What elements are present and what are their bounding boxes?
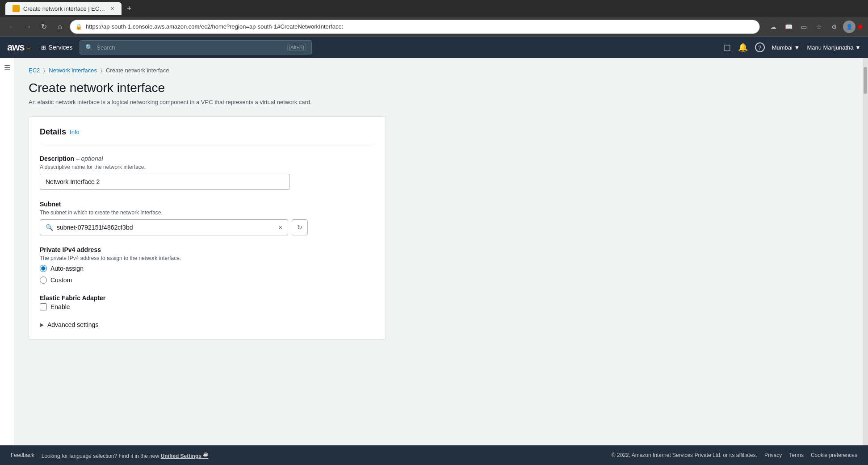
efa-checkbox[interactable] (40, 303, 47, 310)
footer-copyright: © 2022, Amazon Internet Services Private… (612, 452, 757, 458)
lock-icon: 🔒 (75, 24, 82, 30)
subnet-clear-button[interactable]: × (279, 224, 282, 231)
efa-enable-option[interactable]: Enable (40, 303, 375, 310)
scrollbar-thumb[interactable] (864, 67, 867, 94)
footer-language-notice: Looking for language selection? Find it … (42, 452, 209, 459)
subnet-search-box[interactable]: 🔍 × (40, 219, 288, 235)
description-label: Description – optional (40, 155, 375, 162)
services-menu[interactable]: ⊞ Services (41, 44, 73, 51)
tab-favicon (13, 5, 20, 12)
details-card: Details Info Description – optional A de… (29, 116, 386, 339)
breadcrumb-sep-2: 〉 (101, 67, 102, 74)
bell-icon[interactable]: 🔔 (738, 42, 748, 52)
aws-search[interactable]: 🔍 [Alt+S] (80, 40, 312, 54)
auto-assign-label: Auto-assign (50, 265, 84, 272)
auto-assign-radio[interactable] (40, 265, 47, 272)
efa-enable-label: Enable (50, 303, 70, 310)
new-tab-button[interactable]: + (127, 4, 132, 13)
user-menu[interactable]: Manu Manjunatha ▼ (807, 44, 861, 51)
cookie-link[interactable]: Cookie preferences (811, 452, 857, 458)
search-icon: 🔍 (85, 44, 93, 51)
notification-dot (858, 25, 863, 29)
breadcrumb: EC2 〉 Network interfaces 〉 Create networ… (29, 67, 848, 74)
sidebar-toggle[interactable]: ☰ (4, 63, 10, 72)
subnet-label: Subnet (40, 201, 375, 208)
address-bar[interactable]: 🔒 https://ap-south-1.console.aws.amazon.… (70, 20, 760, 34)
external-link-icon: ☕ (203, 452, 208, 457)
efa-label: Elastic Fabric Adapter (40, 294, 375, 302)
breadcrumb-network-interfaces[interactable]: Network interfaces (49, 67, 97, 74)
page-title: Create network interface (29, 81, 848, 95)
reload-button[interactable]: ↻ (38, 21, 50, 33)
advanced-settings-label: Advanced settings (47, 321, 98, 328)
aws-logo-text: aws (7, 42, 25, 53)
sidebar: ☰ (0, 58, 14, 445)
breadcrumb-current: Create network interface (106, 67, 169, 74)
subnet-hint: The subnet in which to create the networ… (40, 209, 375, 216)
breadcrumb-sep-1: 〉 (43, 67, 45, 74)
aws-nav-right: ◫ 🔔 ? Mumbai ▼ Manu Manjunatha ▼ (723, 42, 861, 52)
chevron-right-icon: ▶ (40, 322, 44, 328)
apps-icon[interactable]: ◫ (723, 42, 731, 52)
unified-settings-link[interactable]: Unified Settings ☕ (161, 453, 209, 459)
bookmark-icon[interactable]: ☆ (813, 21, 825, 33)
settings-icon[interactable]: ⚙ (828, 21, 840, 33)
description-section: Description – optional A descriptive nam… (40, 155, 375, 190)
grid-icon: ⊞ (41, 44, 46, 51)
url-text: https://ap-south-1.console.aws.amazon.co… (86, 23, 754, 30)
subnet-search-input[interactable] (57, 224, 275, 231)
help-icon[interactable]: ? (755, 42, 765, 52)
auto-assign-option[interactable]: Auto-assign (40, 265, 375, 272)
search-shortcut: [Alt+S] (287, 44, 306, 51)
ipv4-section: Private IPv4 address The private IPv4 ad… (40, 246, 375, 284)
browser-controls: ← → ↻ ⌂ 🔒 https://ap-south-1.console.aws… (0, 17, 868, 37)
services-label: Services (49, 44, 73, 51)
tab-close-button[interactable]: × (111, 5, 114, 12)
aws-nav: aws ⌣ ⊞ Services 🔍 [Alt+S] ◫ 🔔 ? Mumbai … (0, 37, 868, 58)
description-hint: A descriptive name for the network inter… (40, 164, 375, 170)
read-icon[interactable]: 📖 (782, 21, 795, 33)
advanced-settings-toggle[interactable]: ▶ Advanced settings (40, 321, 375, 328)
region-selector[interactable]: Mumbai ▼ (772, 44, 800, 51)
privacy-link[interactable]: Privacy (764, 452, 782, 458)
browser-titlebar: Create network interface | EC2 M… × + (0, 0, 868, 17)
cast-icon[interactable]: ▭ (797, 21, 810, 33)
tab-title: Create network interface | EC2 M… (23, 5, 107, 12)
terms-link[interactable]: Terms (789, 452, 804, 458)
details-title: Details (40, 127, 66, 137)
custom-radio[interactable] (40, 276, 47, 284)
browser-action-icons: ☁ 📖 ▭ ☆ ⚙ 👤 (767, 21, 863, 33)
ipv4-hint: The private IPv4 address to assign to th… (40, 255, 375, 261)
custom-label: Custom (50, 276, 72, 284)
search-input[interactable] (96, 44, 283, 51)
page-wrapper: ☰ EC2 〉 Network interfaces 〉 Create netw… (0, 58, 868, 445)
scrollbar[interactable] (863, 58, 868, 445)
aws-smile-icon: ⌣ (25, 44, 31, 51)
efa-section: Elastic Fabric Adapter Enable (40, 294, 375, 310)
forward-button[interactable]: → (21, 21, 34, 33)
subnet-section: Subnet The subnet in which to create the… (40, 201, 375, 235)
details-header: Details Info (40, 127, 375, 144)
description-optional: – optional (76, 155, 103, 162)
description-input[interactable] (40, 174, 290, 190)
ipv4-radio-group: Auto-assign Custom (40, 265, 375, 284)
custom-option[interactable]: Custom (40, 276, 375, 284)
subnet-refresh-button[interactable]: ↻ (292, 219, 308, 235)
subnet-search-icon: 🔍 (46, 224, 53, 231)
page-content: EC2 〉 Network interfaces 〉 Create networ… (14, 58, 863, 445)
subnet-search-wrapper: 🔍 × ↻ (40, 219, 308, 235)
footer-right: © 2022, Amazon Internet Services Private… (612, 452, 857, 458)
page-footer: Feedback Looking for language selection?… (0, 445, 868, 465)
extensions-icon[interactable]: ☁ (767, 21, 780, 33)
feedback-link[interactable]: Feedback (11, 452, 34, 458)
breadcrumb-ec2[interactable]: EC2 (29, 67, 40, 74)
home-button[interactable]: ⌂ (54, 21, 66, 33)
back-button[interactable]: ← (5, 21, 18, 33)
info-link[interactable]: Info (70, 129, 80, 135)
ipv4-label: Private IPv4 address (40, 246, 375, 253)
page-description: An elastic network interface is a logica… (29, 99, 848, 105)
aws-logo: aws ⌣ (7, 42, 30, 53)
profile-icon[interactable]: 👤 (843, 21, 855, 33)
browser-tab[interactable]: Create network interface | EC2 M… × (5, 2, 122, 15)
